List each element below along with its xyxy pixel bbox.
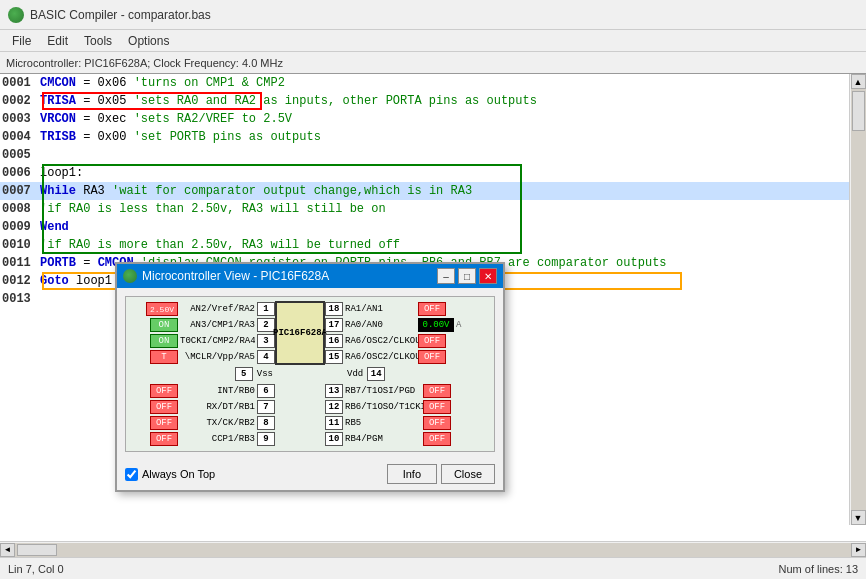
pin15-status: OFF — [418, 350, 446, 364]
ic-body-bottom-spacer — [275, 383, 325, 447]
close-dialog-button[interactable]: Close — [441, 464, 495, 484]
pin7-num: 7 — [257, 400, 275, 414]
pin6-status: OFF — [150, 384, 178, 398]
pin7-status: OFF — [150, 400, 178, 414]
pin2-status: ON — [150, 318, 178, 332]
table-row: 0006 loop1: — [0, 164, 849, 182]
vss-vdd-row: 5 Vss Vdd 14 — [130, 365, 490, 383]
ic-body: PIC16F628A — [275, 301, 325, 365]
pin18-name: RA1/AN1 — [343, 304, 418, 314]
menu-options[interactable]: Options — [120, 32, 177, 50]
pin8-num: 8 — [257, 416, 275, 430]
pin-row-3: ON T0CKI/CMP2/RA4 3 — [130, 333, 275, 349]
ic-chip: PIC16F628A — [275, 301, 325, 365]
vdd-section: Vdd 14 — [343, 367, 385, 381]
always-on-top-label[interactable]: Always On Top — [125, 468, 215, 481]
modal-maximize-button[interactable]: □ — [458, 268, 476, 284]
vss-section: 5 Vss — [235, 367, 277, 381]
pin17-adc: A — [456, 320, 461, 330]
main-window: BASIC Compiler - comparator.bas File Edi… — [0, 0, 866, 579]
footer-buttons: Info Close — [387, 464, 495, 484]
pin4-status: T — [150, 350, 178, 364]
pin1-num: 1 — [257, 302, 275, 316]
right-pins: 18 RA1/AN1 OFF 17 RA0/AN0 0.00V A — [325, 301, 470, 365]
always-on-top-text: Always On Top — [142, 468, 215, 480]
pin17-name: RA0/AN0 — [343, 320, 418, 330]
modal-icon — [123, 269, 137, 283]
pin16-status: OFF — [418, 334, 446, 348]
menu-bar: File Edit Tools Options — [0, 30, 866, 52]
microcontroller-info: Microcontroller: PIC16F628A; Clock Frequ… — [6, 57, 283, 69]
menu-file[interactable]: File — [4, 32, 39, 50]
pin13-status: OFF — [423, 384, 451, 398]
left-pins: 2.50V AN2/Vref/RA2 1 ON AN3/CMP1/RA3 2 — [130, 301, 275, 365]
pin-row-11: 11 RB5 OFF — [325, 415, 470, 431]
window-title: BASIC Compiler - comparator.bas — [30, 8, 211, 22]
pin-row-7: OFF RX/DT/RB1 7 — [130, 399, 275, 415]
left-bottom-pins: OFF INT/RB0 6 OFF RX/DT/RB1 7 — [130, 383, 275, 447]
hscroll-left-arrow[interactable]: ◄ — [0, 543, 15, 557]
pin-row-2: ON AN3/CMP1/RA3 2 — [130, 317, 275, 333]
pin12-name: RB6/T1OSO/T1CKI/ — [343, 402, 423, 412]
menu-tools[interactable]: Tools — [76, 32, 120, 50]
table-row: 0003 VRCON = 0xec 'sets RA2/VREF to 2.5V — [0, 110, 849, 128]
modal-title-bar: Microcontroller View - PIC16F628A – □ ✕ — [117, 264, 503, 288]
scroll-down-arrow[interactable]: ▼ — [851, 510, 866, 525]
pin8-name: TX/CK/RB2 — [180, 418, 255, 428]
pin6-num: 6 — [257, 384, 275, 398]
horizontal-scrollbar[interactable]: ◄ ► — [0, 541, 866, 557]
pin7-name: RX/DT/RB1 — [180, 402, 255, 412]
pin17-status: 0.00V — [418, 318, 454, 332]
pin11-name: RB5 — [343, 418, 423, 428]
app-icon — [8, 7, 24, 23]
always-on-top-checkbox[interactable] — [125, 468, 138, 481]
pin-row-13: 13 RB7/T1OSI/PGD OFF — [325, 383, 470, 399]
pin17-num: 17 — [325, 318, 343, 332]
line-count: Num of lines: 13 — [779, 563, 858, 575]
pin10-name: RB4/PGM — [343, 434, 423, 444]
pin15-name: RA6/OSC2/CLKOUT — [343, 352, 418, 362]
modal-dialog[interactable]: Microcontroller View - PIC16F628A – □ ✕ — [115, 262, 505, 492]
modal-minimize-button[interactable]: – — [437, 268, 455, 284]
pin15-num: 15 — [325, 350, 343, 364]
pic-diagram: 2.50V AN2/Vref/RA2 1 ON AN3/CMP1/RA3 2 — [125, 296, 495, 452]
scroll-track[interactable] — [851, 89, 866, 510]
right-bottom-pins: 13 RB7/T1OSI/PGD OFF 12 RB6/T1OSO/T1CKI/… — [325, 383, 470, 447]
hscroll-thumb[interactable] — [17, 544, 57, 556]
pin-row-10: 10 RB4/PGM OFF — [325, 431, 470, 447]
modal-close-x-button[interactable]: ✕ — [479, 268, 497, 284]
table-row: 0001 CMCON = 0x06 'turns on CMP1 & CMP2 — [0, 74, 849, 92]
vdd-label: Vdd — [347, 369, 363, 379]
pin-row-17: 17 RA0/AN0 0.00V A — [325, 317, 470, 333]
pin18-num: 18 — [325, 302, 343, 316]
pin3-status: ON — [150, 334, 178, 348]
pin4-num: 4 — [257, 350, 275, 364]
pin6-name: INT/RB0 — [180, 386, 255, 396]
table-row: 0004 TRISB = 0x00 'set PORTB pins as out… — [0, 128, 849, 146]
pin13-num: 13 — [325, 384, 343, 398]
pin1-status: 2.50V — [146, 302, 178, 316]
vertical-scrollbar[interactable]: ▲ ▼ — [849, 74, 866, 525]
pin10-status: OFF — [423, 432, 451, 446]
pin16-name: RA6/OSC2/CLKOUT — [343, 336, 418, 346]
info-button[interactable]: Info — [387, 464, 437, 484]
modal-title-buttons: – □ ✕ — [437, 268, 497, 284]
status-bar: Lin 7, Col 0 Num of lines: 13 — [0, 557, 866, 579]
hscroll-right-arrow[interactable]: ► — [851, 543, 866, 557]
pin3-name: T0CKI/CMP2/RA4 — [180, 336, 255, 346]
pin-row-12: 12 RB6/T1OSO/T1CKI/ OFF — [325, 399, 470, 415]
scroll-thumb[interactable] — [852, 91, 865, 131]
scroll-up-arrow[interactable]: ▲ — [851, 74, 866, 89]
pin10-num: 10 — [325, 432, 343, 446]
pin-row-9: OFF CCP1/RB3 9 — [130, 431, 275, 447]
modal-title-left: Microcontroller View - PIC16F628A — [123, 269, 329, 283]
modal-footer: Always On Top Info Close — [117, 460, 503, 490]
pin11-status: OFF — [423, 416, 451, 430]
pin18-status: OFF — [418, 302, 446, 316]
pin4-name: \MCLR/Vpp/RA5 — [180, 352, 255, 362]
cursor-position: Lin 7, Col 0 — [8, 563, 64, 575]
hscroll-track[interactable] — [15, 543, 851, 557]
pin-row-1: 2.50V AN2/Vref/RA2 1 — [130, 301, 275, 317]
pin9-status: OFF — [150, 432, 178, 446]
menu-edit[interactable]: Edit — [39, 32, 76, 50]
